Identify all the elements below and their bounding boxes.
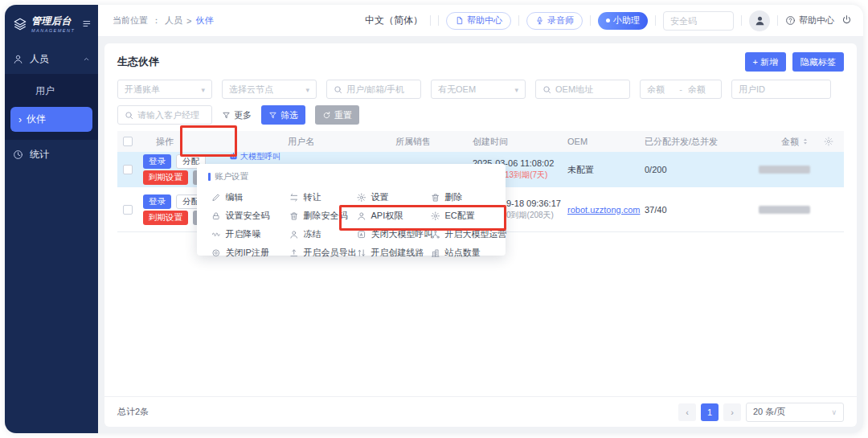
balance-max-input[interactable] [688, 84, 714, 94]
user-id-input[interactable] [739, 84, 824, 94]
chevron-down-icon [514, 84, 518, 94]
user-icon [289, 230, 299, 239]
sidebar-item-label: 统计 [30, 148, 49, 162]
col-sales: 所属销售 [383, 136, 460, 148]
sidebar-item-label: 人员 [30, 52, 49, 66]
menu-item-create-line[interactable]: 开启创建线路 [357, 247, 431, 259]
expire-settings-button[interactable]: 到期设置 [143, 211, 188, 225]
help-center-button[interactable]: 帮助中心 [446, 12, 511, 30]
user-icon [357, 211, 366, 221]
oem-cell: 未配置 [555, 164, 632, 176]
sidebar-item-users[interactable]: 用户 [5, 77, 98, 105]
manager-search-field[interactable] [117, 105, 212, 125]
menu-item-api-permissions[interactable]: API权限 [357, 210, 431, 222]
breadcrumb: 当前位置 ： 人员 > 伙伴 [113, 14, 213, 27]
avatar[interactable] [749, 10, 770, 31]
col-action: 操作 [138, 136, 273, 148]
menu-item-edit[interactable]: 编辑 [211, 191, 289, 203]
menu-item-ec-config[interactable]: EC配置 [431, 210, 507, 222]
login-button[interactable]: 登录 [143, 194, 171, 209]
person-icon [13, 54, 23, 64]
col-oem: OEM [555, 137, 632, 146]
col-amount[interactable]: 金额 [741, 136, 813, 148]
balance-min-input[interactable] [647, 84, 674, 94]
divider [590, 15, 591, 26]
sidebar-item-partners[interactable]: 伙伴 [10, 107, 92, 132]
menu-item-freeze[interactable]: 冻结 [289, 228, 357, 240]
menu-item-noise-reduction[interactable]: 开启降噪 [211, 228, 289, 240]
login-button[interactable]: 登录 [143, 154, 171, 169]
table-footer: 总计2条 1 20 条/页 [104, 396, 857, 427]
updown-arrows-icon [357, 248, 366, 258]
menu-item-open-llm-operation[interactable]: 开启大模型运营 [431, 228, 507, 240]
filter-button[interactable]: 筛选 [261, 105, 305, 125]
cloud-node-select[interactable]: 选择云节点 [222, 80, 317, 99]
balance-range-field[interactable]: - [640, 80, 722, 99]
billing-select[interactable]: 开通账单 [117, 80, 212, 99]
oem-address-field[interactable] [535, 80, 630, 99]
menu-item-delete-security-code[interactable]: 删除安全码 [289, 210, 357, 222]
redacted-amount [759, 166, 810, 174]
hide-tags-button[interactable]: 隐藏标签 [792, 52, 844, 72]
user-id-field[interactable] [731, 80, 831, 99]
chevron-down-icon [201, 84, 205, 94]
building-icon [431, 248, 440, 258]
concurrency-cell: 0/200 [632, 165, 741, 174]
expire-settings-button[interactable]: 到期设置 [143, 170, 188, 185]
column-settings-gear-icon[interactable] [824, 137, 833, 146]
help-center-link[interactable]: 帮助中心 [785, 14, 834, 27]
add-button[interactable]: + 新增 [745, 52, 786, 72]
clock-icon [13, 149, 23, 160]
concurrency-cell: 37/40 [632, 205, 741, 215]
page-size-select[interactable]: 20 条/页 [746, 403, 844, 422]
target-icon [211, 248, 221, 258]
menu-item-close-llm-call[interactable]: 关闭大模型呼叫 [357, 228, 431, 240]
microphone-icon [535, 16, 544, 25]
divider [518, 15, 519, 26]
sidebar-collapse-icon[interactable] [82, 18, 92, 29]
page-number[interactable]: 1 [701, 403, 719, 421]
security-code-input[interactable] [663, 11, 734, 31]
sidebar-item-personnel[interactable]: 人员 [5, 44, 98, 74]
wave-icon [211, 230, 221, 239]
divider [741, 15, 742, 26]
sidebar-item-statistics[interactable]: 统计 [5, 140, 98, 170]
menu-item-site-count[interactable]: 站点数量 [431, 247, 507, 259]
breadcrumb-parent[interactable]: 人员 [165, 14, 182, 27]
manager-search-input[interactable] [137, 110, 205, 120]
divider [777, 15, 778, 26]
menu-item-settings[interactable]: 设置 [357, 191, 431, 203]
menu-item-set-security-code[interactable]: 设置安全码 [211, 210, 289, 222]
logout-button[interactable] [841, 14, 852, 28]
user-search-input[interactable] [346, 84, 414, 94]
prev-page-button[interactable] [678, 403, 696, 421]
divider [655, 15, 656, 26]
user-search-field[interactable] [326, 80, 421, 99]
layers-logo-icon [13, 16, 27, 32]
menu-item-transfer[interactable]: 转让 [289, 191, 357, 203]
menu-item-member-export[interactable]: 开启会员导出 [289, 247, 357, 259]
page-title: 生态伙伴 [117, 55, 159, 69]
title-bar-accent [208, 173, 211, 181]
select-all-checkbox[interactable] [123, 137, 133, 146]
transfer-icon [289, 193, 299, 203]
assistant-button[interactable]: 小助理 [598, 12, 648, 30]
oem-select[interactable]: 有无OEM [431, 80, 526, 99]
col-created: 创建时间 [460, 136, 555, 148]
filter-row-2: 更多 筛选 重置 [117, 105, 844, 125]
oem-address-input[interactable] [555, 84, 623, 94]
menu-item-close-ip-register[interactable]: 关闭IP注册 [211, 247, 289, 259]
recorder-button[interactable]: 录音师 [526, 12, 583, 30]
reset-button[interactable]: 重置 [315, 105, 359, 125]
sort-icon[interactable] [800, 137, 810, 146]
upload-icon [289, 248, 299, 258]
llm-call-tag: 大模型呼叫 [229, 151, 280, 162]
language-switch[interactable]: 中文（简体） [365, 14, 423, 27]
more-filters-button[interactable]: 更多 [222, 109, 252, 121]
menu-item-delete[interactable]: 删除 [431, 191, 507, 203]
next-page-button[interactable] [723, 403, 741, 421]
power-icon [841, 14, 852, 25]
row-checkbox[interactable] [123, 165, 133, 174]
row-checkbox[interactable] [123, 205, 133, 215]
oem-domain-link[interactable]: robot.uzztong.com [567, 205, 641, 215]
